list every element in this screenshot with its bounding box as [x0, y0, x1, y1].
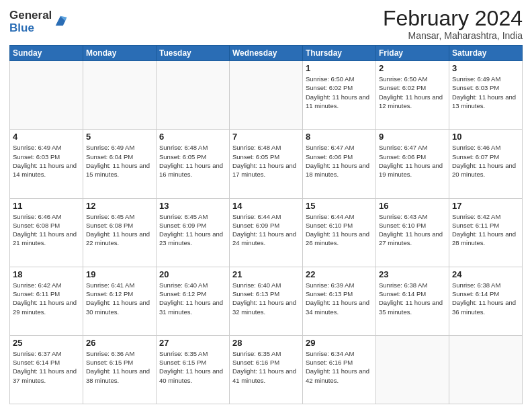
day-info: Sunrise: 6:40 AM Sunset: 6:13 PM Dayligh… [232, 281, 300, 316]
calendar-cell: 4Sunrise: 6:49 AM Sunset: 6:03 PM Daylig… [10, 130, 83, 198]
day-number: 23 [379, 269, 446, 279]
calendar-cell: 17Sunrise: 6:42 AM Sunset: 6:11 PM Dayli… [449, 198, 523, 267]
day-info: Sunrise: 6:37 AM Sunset: 6:14 PM Dayligh… [13, 349, 80, 385]
day-number: 8 [306, 132, 373, 142]
calendar-cell: 16Sunrise: 6:43 AM Sunset: 6:10 PM Dayli… [376, 198, 449, 267]
calendar-week-row-5: 25Sunrise: 6:37 AM Sunset: 6:14 PM Dayli… [10, 335, 523, 404]
day-number: 16 [379, 201, 446, 211]
day-info: Sunrise: 6:48 AM Sunset: 6:05 PM Dayligh… [159, 143, 226, 179]
calendar-cell: 13Sunrise: 6:45 AM Sunset: 6:09 PM Dayli… [157, 198, 230, 267]
calendar-cell: 24Sunrise: 6:38 AM Sunset: 6:14 PM Dayli… [449, 267, 523, 335]
calendar-cell [230, 61, 303, 130]
day-info: Sunrise: 6:50 AM Sunset: 6:02 PM Dayligh… [306, 75, 373, 110]
calendar-cell: 11Sunrise: 6:46 AM Sunset: 6:08 PM Dayli… [10, 198, 83, 267]
day-number: 21 [232, 269, 300, 279]
calendar-cell: 25Sunrise: 6:37 AM Sunset: 6:14 PM Dayli… [10, 335, 83, 404]
day-info: Sunrise: 6:44 AM Sunset: 6:09 PM Dayligh… [232, 212, 300, 248]
day-number: 2 [379, 63, 446, 73]
day-number: 27 [159, 338, 226, 348]
col-friday: Friday [376, 46, 449, 61]
logo-icon [53, 13, 68, 28]
calendar-cell: 10Sunrise: 6:46 AM Sunset: 6:07 PM Dayli… [449, 130, 523, 198]
col-tuesday: Tuesday [157, 46, 230, 61]
day-info: Sunrise: 6:48 AM Sunset: 6:05 PM Dayligh… [232, 143, 300, 179]
calendar-cell [10, 61, 83, 130]
calendar-cell: 3Sunrise: 6:49 AM Sunset: 6:03 PM Daylig… [449, 61, 523, 130]
day-number: 13 [159, 201, 226, 211]
day-info: Sunrise: 6:50 AM Sunset: 6:02 PM Dayligh… [379, 75, 446, 110]
calendar-cell: 12Sunrise: 6:45 AM Sunset: 6:08 PM Dayli… [83, 198, 157, 267]
calendar-cell: 6Sunrise: 6:48 AM Sunset: 6:05 PM Daylig… [157, 130, 230, 198]
day-number: 5 [86, 132, 153, 142]
day-number: 10 [452, 132, 519, 142]
day-info: Sunrise: 6:36 AM Sunset: 6:15 PM Dayligh… [86, 349, 153, 385]
calendar-cell [376, 335, 449, 404]
day-number: 14 [232, 201, 300, 211]
day-number: 6 [159, 132, 226, 142]
day-info: Sunrise: 6:45 AM Sunset: 6:09 PM Dayligh… [159, 212, 226, 248]
day-info: Sunrise: 6:42 AM Sunset: 6:11 PM Dayligh… [452, 212, 519, 248]
day-info: Sunrise: 6:49 AM Sunset: 6:03 PM Dayligh… [13, 143, 80, 179]
calendar-cell: 27Sunrise: 6:35 AM Sunset: 6:15 PM Dayli… [157, 335, 230, 404]
day-number: 18 [13, 269, 80, 279]
header: General Blue February 2024 Mansar, Mahar… [9, 7, 523, 41]
col-wednesday: Wednesday [230, 46, 303, 61]
day-info: Sunrise: 6:38 AM Sunset: 6:14 PM Dayligh… [452, 281, 519, 316]
day-info: Sunrise: 6:47 AM Sunset: 6:06 PM Dayligh… [379, 143, 446, 179]
day-number: 11 [13, 201, 80, 211]
calendar-table: Sunday Monday Tuesday Wednesday Thursday… [9, 45, 523, 404]
calendar-cell: 7Sunrise: 6:48 AM Sunset: 6:05 PM Daylig… [230, 130, 303, 198]
calendar-cell: 19Sunrise: 6:41 AM Sunset: 6:12 PM Dayli… [83, 267, 157, 335]
day-number: 22 [306, 269, 373, 279]
col-saturday: Saturday [449, 46, 523, 61]
calendar-cell: 14Sunrise: 6:44 AM Sunset: 6:09 PM Dayli… [230, 198, 303, 267]
col-thursday: Thursday [303, 46, 376, 61]
day-info: Sunrise: 6:34 AM Sunset: 6:16 PM Dayligh… [306, 349, 373, 385]
calendar-cell: 29Sunrise: 6:34 AM Sunset: 6:16 PM Dayli… [303, 335, 376, 404]
calendar-cell: 20Sunrise: 6:40 AM Sunset: 6:12 PM Dayli… [157, 267, 230, 335]
day-info: Sunrise: 6:49 AM Sunset: 6:03 PM Dayligh… [452, 75, 519, 110]
day-number: 1 [306, 63, 373, 73]
title-block: February 2024 Mansar, Maharashtra, India [383, 7, 523, 41]
day-info: Sunrise: 6:46 AM Sunset: 6:07 PM Dayligh… [452, 143, 519, 179]
calendar-week-row-1: 1Sunrise: 6:50 AM Sunset: 6:02 PM Daylig… [10, 61, 523, 130]
day-number: 3 [452, 63, 519, 73]
day-info: Sunrise: 6:46 AM Sunset: 6:08 PM Dayligh… [13, 212, 80, 248]
day-info: Sunrise: 6:38 AM Sunset: 6:14 PM Dayligh… [379, 281, 446, 316]
day-number: 28 [232, 338, 300, 348]
day-number: 17 [452, 201, 519, 211]
day-number: 4 [13, 132, 80, 142]
day-info: Sunrise: 6:42 AM Sunset: 6:11 PM Dayligh… [13, 281, 80, 316]
calendar-week-row-3: 11Sunrise: 6:46 AM Sunset: 6:08 PM Dayli… [10, 198, 523, 267]
day-info: Sunrise: 6:35 AM Sunset: 6:16 PM Dayligh… [232, 349, 300, 385]
calendar-week-row-4: 18Sunrise: 6:42 AM Sunset: 6:11 PM Dayli… [10, 267, 523, 335]
calendar-cell [157, 61, 230, 130]
day-number: 7 [232, 132, 300, 142]
calendar-cell: 22Sunrise: 6:39 AM Sunset: 6:13 PM Dayli… [303, 267, 376, 335]
col-monday: Monday [83, 46, 157, 61]
calendar-cell: 18Sunrise: 6:42 AM Sunset: 6:11 PM Dayli… [10, 267, 83, 335]
day-info: Sunrise: 6:45 AM Sunset: 6:08 PM Dayligh… [86, 212, 153, 248]
location: Mansar, Maharashtra, India [383, 30, 523, 41]
month-year: February 2024 [383, 7, 523, 30]
day-info: Sunrise: 6:49 AM Sunset: 6:04 PM Dayligh… [86, 143, 153, 179]
calendar-cell: 2Sunrise: 6:50 AM Sunset: 6:02 PM Daylig… [376, 61, 449, 130]
day-number: 25 [13, 338, 80, 348]
day-info: Sunrise: 6:35 AM Sunset: 6:15 PM Dayligh… [159, 349, 226, 385]
day-number: 12 [86, 201, 153, 211]
day-number: 19 [86, 269, 153, 279]
logo-text: General Blue [9, 9, 52, 34]
calendar-cell: 28Sunrise: 6:35 AM Sunset: 6:16 PM Dayli… [230, 335, 303, 404]
calendar-cell: 15Sunrise: 6:44 AM Sunset: 6:10 PM Dayli… [303, 198, 376, 267]
calendar-cell: 8Sunrise: 6:47 AM Sunset: 6:06 PM Daylig… [303, 130, 376, 198]
day-info: Sunrise: 6:41 AM Sunset: 6:12 PM Dayligh… [86, 281, 153, 316]
calendar-week-row-2: 4Sunrise: 6:49 AM Sunset: 6:03 PM Daylig… [10, 130, 523, 198]
calendar-cell: 9Sunrise: 6:47 AM Sunset: 6:06 PM Daylig… [376, 130, 449, 198]
calendar-cell: 5Sunrise: 6:49 AM Sunset: 6:04 PM Daylig… [83, 130, 157, 198]
col-sunday: Sunday [10, 46, 83, 61]
day-info: Sunrise: 6:47 AM Sunset: 6:06 PM Dayligh… [306, 143, 373, 179]
day-number: 20 [159, 269, 226, 279]
logo-general: General [9, 9, 52, 22]
day-number: 29 [306, 338, 373, 348]
calendar-cell [83, 61, 157, 130]
